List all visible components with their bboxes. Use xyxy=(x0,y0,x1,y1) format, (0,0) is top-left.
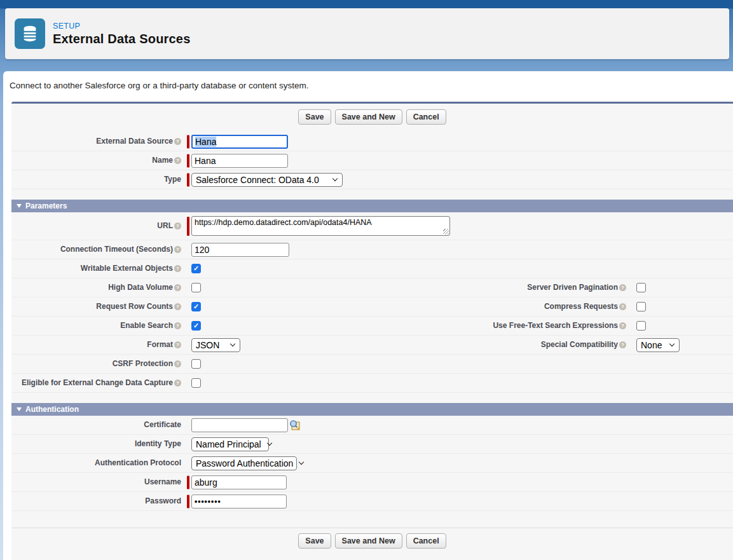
save-button[interactable]: Save xyxy=(298,533,331,549)
chevron-down-icon xyxy=(230,341,235,346)
required-indicator xyxy=(187,154,189,167)
server-driven-pagination-checkbox[interactable] xyxy=(636,283,646,292)
database-icon xyxy=(20,24,39,43)
chevron-down-icon xyxy=(332,176,338,181)
use-free-text-search-expressions-label: Use Free-Text Search Expressions xyxy=(493,321,618,330)
save-button[interactable]: Save xyxy=(298,109,331,125)
field-row-username: Username aburg xyxy=(11,473,733,492)
help-icon[interactable]: ? xyxy=(174,341,181,348)
compress-requests-checkbox[interactable] xyxy=(636,302,646,311)
help-icon[interactable]: ? xyxy=(619,341,626,348)
identity-type-label: Identity Type xyxy=(135,439,181,448)
help-icon[interactable]: ? xyxy=(174,157,181,164)
username-label: Username xyxy=(144,477,181,486)
section-header-parameters[interactable]: Parameters xyxy=(11,200,733,212)
server-driven-pagination-label: Server Driven Pagination xyxy=(527,283,618,292)
connection-timeout-input[interactable]: 120 xyxy=(191,243,289,257)
collapse-triangle-icon xyxy=(17,204,22,208)
help-icon[interactable]: ? xyxy=(174,303,181,310)
help-icon[interactable]: ? xyxy=(174,322,181,329)
help-icon[interactable]: ? xyxy=(174,284,181,291)
request-row-counts-checkbox[interactable] xyxy=(191,302,201,311)
page-description: Connect to another Salesforce org or a t… xyxy=(3,71,733,90)
field-row-eligible-ecdc: Eligible for External Change Data Captur… xyxy=(11,374,733,393)
enable-search-checkbox[interactable] xyxy=(191,321,201,331)
eligible-ecdc-label: Eligible for External Change Data Captur… xyxy=(22,378,173,387)
required-indicator xyxy=(187,135,189,148)
content-panel: Connect to another Salesforce org or a t… xyxy=(3,71,733,560)
required-indicator xyxy=(187,173,189,186)
help-icon[interactable]: ? xyxy=(174,379,181,386)
required-indicator xyxy=(187,495,189,508)
special-compatibility-select[interactable]: None xyxy=(636,338,680,352)
type-select[interactable]: Salesforce Connect: OData 4.0 xyxy=(191,173,343,187)
url-textarea[interactable]: https://hdp.demo.datadirect.com/api/odat… xyxy=(191,216,450,236)
authentication-protocol-label: Authentication Protocol xyxy=(95,458,181,467)
enable-search-label: Enable Search xyxy=(120,321,173,330)
spacer xyxy=(11,511,733,528)
field-row-url: URL ? https://hdp.demo.datadirect.com/ap… xyxy=(11,212,733,240)
cancel-button[interactable]: Cancel xyxy=(406,533,446,549)
csrf-protection-label: CSRF Protection xyxy=(113,359,173,368)
bottom-button-bar: Save Save and New Cancel xyxy=(11,528,733,554)
format-label: Format xyxy=(147,340,173,349)
cancel-button[interactable]: Cancel xyxy=(406,109,446,125)
use-free-text-search-expressions-checkbox[interactable] xyxy=(636,321,646,331)
field-row-authentication-protocol: Authentication Protocol Password Authent… xyxy=(11,454,733,473)
resize-handle[interactable] xyxy=(443,229,449,235)
special-compatibility-label: Special Compatibility xyxy=(541,340,618,349)
help-icon[interactable]: ? xyxy=(174,138,181,145)
field-row-csrf-protection: CSRF Protection ? xyxy=(11,355,733,374)
page-title: External Data Sources xyxy=(53,32,191,46)
field-row-writable-external-objects: Writable External Objects ? xyxy=(11,259,733,278)
csrf-protection-checkbox[interactable] xyxy=(191,359,201,369)
help-icon[interactable]: ? xyxy=(174,246,181,253)
connection-timeout-label: Connection Timeout (Seconds) xyxy=(60,245,173,254)
identity-type-select[interactable]: Named Principal xyxy=(191,437,269,451)
field-row-external-data-source: External Data Source ? Hana xyxy=(11,132,733,151)
help-icon[interactable]: ? xyxy=(619,322,626,329)
field-row-enable-search: Enable Search ? Use Free-Text Search Exp… xyxy=(11,317,733,336)
compress-requests-label: Compress Requests xyxy=(544,302,618,311)
field-row-identity-type: Identity Type Named Principal xyxy=(11,435,733,454)
field-row-request-row-counts: Request Row Counts ? Compress Requests ? xyxy=(11,297,733,317)
help-icon[interactable]: ? xyxy=(619,303,626,310)
help-icon[interactable]: ? xyxy=(174,222,181,229)
required-indicator xyxy=(187,475,189,489)
field-row-password: Password •••••••• xyxy=(11,492,733,511)
password-input[interactable]: •••••••• xyxy=(191,495,287,509)
help-icon[interactable]: ? xyxy=(619,284,626,291)
high-data-volume-checkbox[interactable] xyxy=(191,283,201,292)
certificate-input[interactable] xyxy=(191,418,288,432)
name-input[interactable]: Hana xyxy=(191,154,288,168)
password-label: Password xyxy=(145,496,181,505)
help-icon[interactable]: ? xyxy=(174,265,181,272)
field-row-connection-timeout: Connection Timeout (Seconds) ? 120 xyxy=(11,240,733,259)
chevron-down-icon xyxy=(669,341,675,346)
external-data-source-input[interactable]: Hana xyxy=(191,135,288,149)
format-select[interactable]: JSON xyxy=(191,338,240,352)
writable-external-objects-checkbox[interactable] xyxy=(191,264,201,273)
request-row-counts-label: Request Row Counts xyxy=(96,302,173,311)
setup-header-card: SETUP External Data Sources xyxy=(5,8,729,59)
chevron-down-icon xyxy=(266,440,271,446)
url-label: URL xyxy=(157,221,173,230)
save-and-new-button[interactable]: Save and New xyxy=(335,533,402,549)
username-input[interactable]: aburg xyxy=(191,475,287,489)
help-icon[interactable]: ? xyxy=(174,360,181,367)
high-data-volume-label: High Data Volume xyxy=(108,283,173,292)
external-data-source-label: External Data Source xyxy=(96,137,173,146)
section-header-authentication[interactable]: Authentication xyxy=(11,403,733,416)
setup-breadcrumb[interactable]: SETUP xyxy=(53,22,191,31)
field-row-name: Name ? Hana xyxy=(11,151,733,170)
type-label: Type xyxy=(164,175,181,184)
eligible-ecdc-checkbox[interactable] xyxy=(191,378,201,388)
edit-form: Save Save and New Cancel External Data S… xyxy=(11,102,733,560)
field-row-format: Format ? JSON Special Compatibility ? xyxy=(11,336,733,355)
lookup-icon[interactable] xyxy=(289,420,300,430)
field-row-type: Type Salesforce Connect: OData 4.0 xyxy=(11,170,733,189)
writable-external-objects-label: Writable External Objects xyxy=(81,264,173,273)
authentication-protocol-select[interactable]: Password Authentication xyxy=(191,456,297,470)
field-row-high-data-volume: High Data Volume ? Server Driven Paginat… xyxy=(11,278,733,297)
save-and-new-button[interactable]: Save and New xyxy=(335,109,402,125)
